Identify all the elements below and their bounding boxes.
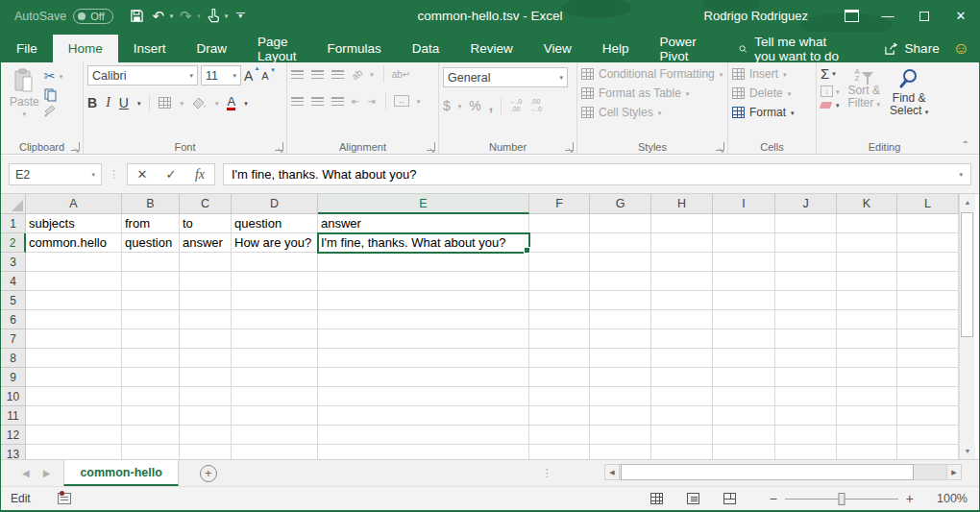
undo-icon[interactable]: ↶ <box>150 6 167 27</box>
clipboard-dialog-launcher-icon[interactable] <box>71 142 80 151</box>
cell-E3[interactable] <box>318 253 529 272</box>
top-align-icon[interactable] <box>291 70 304 79</box>
format-cells-button[interactable]: Format▾ <box>732 106 812 119</box>
column-header-G[interactable]: G <box>590 194 651 214</box>
find-select-button[interactable]: Find & Select ▾ <box>885 65 933 120</box>
scroll-up-icon[interactable]: ▲ <box>960 194 975 210</box>
horizontal-scrollbar[interactable]: ◀ ▶ <box>604 464 962 480</box>
font-color-dropdown-icon[interactable]: ▾ <box>244 100 248 107</box>
cell-F1[interactable] <box>529 214 590 233</box>
maximize-icon[interactable] <box>906 0 943 32</box>
cell-C4[interactable] <box>180 272 232 291</box>
underline-dropdown-icon[interactable]: ▾ <box>137 100 141 107</box>
font-color-button[interactable]: A <box>227 95 235 110</box>
merge-center-icon[interactable]: ↔ <box>394 95 409 107</box>
cell-H6[interactable] <box>651 310 713 329</box>
cell-L11[interactable] <box>897 406 959 426</box>
fill-icon[interactable]: ↓ <box>821 85 833 97</box>
cell-I2[interactable] <box>713 233 775 253</box>
cell-G8[interactable] <box>590 349 651 368</box>
column-header-E[interactable]: E <box>318 194 529 214</box>
cell-A6[interactable] <box>26 310 122 329</box>
cell-H10[interactable] <box>651 387 713 406</box>
borders-dropdown-icon[interactable]: ▾ <box>180 100 184 107</box>
font-name-combo[interactable]: Calibri ▾ <box>87 65 198 85</box>
accounting-format-icon[interactable]: $ <box>443 98 451 113</box>
tab-view[interactable]: View <box>528 35 587 62</box>
tab-page-layout[interactable]: Page Layout <box>242 35 312 62</box>
feedback-smiley-icon[interactable]: ☺ <box>953 35 969 62</box>
undo-dropdown-icon[interactable]: ▾ <box>170 12 174 20</box>
name-box[interactable]: E2 ▾ <box>9 163 102 185</box>
cell-G7[interactable] <box>590 329 651 349</box>
cell-C11[interactable] <box>180 406 232 426</box>
cell-J12[interactable] <box>775 426 837 445</box>
cell-I10[interactable] <box>713 387 775 406</box>
cell-J2[interactable] <box>775 233 837 253</box>
orientation-dropdown-icon[interactable]: ▾ <box>370 71 374 78</box>
cell-G10[interactable] <box>590 387 651 406</box>
cell-E2[interactable]: I'm fine, thanks. What about you? <box>318 233 529 253</box>
tab-help[interactable]: Help <box>587 35 645 62</box>
cell-C13[interactable] <box>180 445 232 459</box>
expand-formula-bar-icon[interactable]: ▾ <box>959 171 963 178</box>
cell-A13[interactable] <box>26 445 122 459</box>
orientation-icon[interactable]: ab <box>350 66 365 82</box>
cell-E8[interactable] <box>318 349 529 368</box>
column-header-B[interactable]: B <box>122 194 180 214</box>
zoom-level[interactable]: 100% <box>921 492 968 505</box>
row-header-5[interactable]: 5 <box>1 291 26 310</box>
insert-function-icon[interactable]: fx <box>185 167 214 183</box>
cell-K9[interactable] <box>837 368 897 387</box>
cell-A7[interactable] <box>26 329 122 349</box>
row-header-4[interactable]: 4 <box>1 272 26 291</box>
underline-button[interactable]: U <box>119 95 129 110</box>
cell-F10[interactable] <box>529 387 590 406</box>
cell-C5[interactable] <box>180 291 232 310</box>
cell-F8[interactable] <box>529 349 590 368</box>
cell-E13[interactable] <box>318 445 529 459</box>
zoom-in-icon[interactable]: + <box>898 491 921 506</box>
row-header-1[interactable]: 1 <box>1 214 26 233</box>
cell-F3[interactable] <box>529 253 590 272</box>
cell-K5[interactable] <box>837 291 897 310</box>
cell-A1[interactable]: subjects <box>26 214 122 233</box>
row-header-3[interactable]: 3 <box>1 253 26 272</box>
zoom-thumb[interactable] <box>838 493 845 505</box>
copy-icon[interactable] <box>44 88 56 100</box>
cell-D3[interactable] <box>232 253 318 272</box>
cell-K11[interactable] <box>837 406 897 426</box>
decrease-font-size-button[interactable]: A▾ <box>261 70 268 82</box>
cell-F11[interactable] <box>529 406 590 426</box>
cell-H2[interactable] <box>651 233 713 253</box>
row-header-13[interactable]: 13 <box>1 445 26 459</box>
conditional-formatting-button[interactable]: Conditional Formatting▾ <box>581 67 723 81</box>
fill-color-icon[interactable] <box>192 97 207 110</box>
cell-I7[interactable] <box>713 329 775 349</box>
cell-B2[interactable]: question <box>122 233 180 253</box>
cell-H12[interactable] <box>651 426 713 445</box>
cell-J4[interactable] <box>775 272 837 291</box>
tab-formulas[interactable]: Formulas <box>312 35 397 62</box>
cell-F12[interactable] <box>529 426 590 445</box>
sheet-tab-common-hello[interactable]: common-hello <box>63 460 178 486</box>
tab-draw[interactable]: Draw <box>182 35 243 62</box>
column-header-L[interactable]: L <box>897 194 959 214</box>
clear-icon[interactable] <box>820 102 833 109</box>
cell-G2[interactable] <box>590 233 651 253</box>
cell-L4[interactable] <box>897 272 959 291</box>
cell-H3[interactable] <box>651 253 713 272</box>
next-sheet-icon[interactable]: ▶ <box>43 468 51 478</box>
cell-H4[interactable] <box>651 272 713 291</box>
minimize-icon[interactable]: — <box>870 0 906 32</box>
new-sheet-icon[interactable]: + <box>200 465 217 482</box>
paste-button[interactable]: Paste ▾ <box>5 65 44 120</box>
name-box-dropdown-icon[interactable]: ▾ <box>91 171 95 178</box>
column-header-A[interactable]: A <box>26 194 122 214</box>
cell-K3[interactable] <box>837 253 897 272</box>
row-header-12[interactable]: 12 <box>1 426 26 445</box>
delete-cells-button[interactable]: Delete▾ <box>732 86 812 100</box>
font-dialog-launcher-icon[interactable] <box>275 142 283 151</box>
cell-G9[interactable] <box>590 368 651 387</box>
cell-K7[interactable] <box>837 329 897 349</box>
